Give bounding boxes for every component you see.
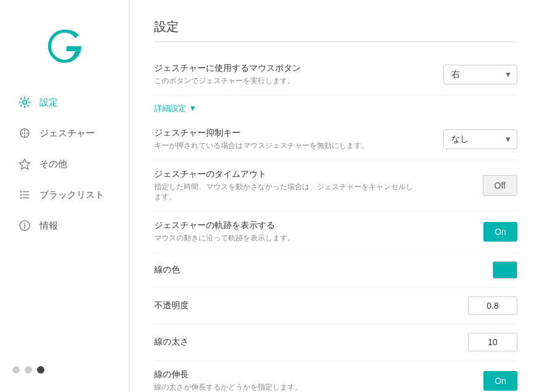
setting-row-suppress-key: ジェスチャー抑制キー キーが押されている場合はマウスジェスチャーを無効にします。…: [154, 119, 517, 160]
chevron-down-icon: ▼: [504, 135, 512, 144]
mouse-button-value: 右: [451, 69, 460, 80]
setting-row-show-trail: ジェスチャーの軌跡を表示する マウスの動きに沿って軌跡を表示します。 On: [154, 211, 517, 253]
suppress-key-dropdown[interactable]: なし ▼: [443, 129, 517, 149]
dot-3[interactable]: [37, 366, 44, 374]
sidebar-item-gestures[interactable]: ジェスチャー: [5, 118, 124, 148]
line-width-input[interactable]: [468, 333, 517, 351]
setting-info-line-stretch: 線の伸長 線の太さが伸長するかどうかを指定します。: [154, 369, 419, 392]
setting-desc-line-stretch: 線の太さが伸長するかどうかを指定します。: [154, 382, 419, 392]
sidebar-item-info[interactable]: 情報: [5, 211, 124, 240]
setting-label-line-width: 線の太さ: [154, 337, 419, 348]
setting-info-suppress-key: ジェスチャー抑制キー キーが押されている場合はマウスジェスチャーを無効にします。: [154, 128, 419, 151]
details-link[interactable]: 詳細設定 ▼: [154, 98, 197, 116]
show-trail-toggle[interactable]: On: [483, 222, 517, 242]
setting-row-opacity: 不透明度: [154, 288, 517, 324]
gear-icon: [17, 95, 32, 110]
logo-area: [0, 12, 129, 86]
setting-info-line-width: 線の太さ: [154, 337, 419, 348]
pagination-dots: [0, 360, 129, 380]
setting-label-suppress-key: ジェスチャー抑制キー: [154, 128, 419, 139]
sidebar-nav: 設定 ジェスチャー その他: [0, 86, 129, 242]
svg-point-7: [24, 133, 26, 134]
setting-desc-suppress-key: キーが押されている場合はマウスジェスチャーを無効にします。: [154, 141, 419, 151]
page-title: 設定: [154, 18, 517, 42]
setting-label-opacity: 不透明度: [154, 300, 419, 311]
setting-control-timeout: Off: [437, 175, 517, 196]
timeout-toggle[interactable]: Off: [483, 175, 517, 196]
setting-row-line-stretch: 線の伸長 線の太さが伸長するかどうかを指定します。 On: [154, 361, 517, 392]
setting-info-timeout: ジェスチャーのタイムアウト 指定した時間、マウスを動かさなかった場合は、ジェスチ…: [154, 169, 419, 203]
main-content: 設定 ジェスチャーに使用するマウスボタン このボタンでジェスチャーを実行します。…: [129, 0, 542, 392]
details-link-label: 詳細設定: [154, 103, 186, 114]
chevron-down-small-icon: ▼: [189, 104, 197, 113]
info-icon: [17, 218, 32, 233]
dot-1[interactable]: [12, 366, 20, 374]
setting-control-mouse-button: 右 ▼: [437, 65, 517, 84]
mouse-button-dropdown[interactable]: 右 ▼: [443, 65, 517, 84]
app-logo: [43, 25, 86, 68]
line-stretch-toggle[interactable]: On: [483, 371, 517, 391]
svg-point-13: [20, 194, 22, 196]
line-color-swatch[interactable]: [493, 261, 517, 279]
sidebar-item-other[interactable]: その他: [5, 149, 124, 179]
setting-row-mouse-button: ジェスチャーに使用するマウスボタン このボタンでジェスチャーを実行します。 右 …: [154, 54, 517, 96]
setting-label-timeout: ジェスチャーのタイムアウト: [154, 169, 419, 180]
setting-control-line-stretch: On: [437, 371, 517, 391]
setting-label-line-stretch: 線の伸長: [154, 369, 419, 380]
details-row: 詳細設定 ▼: [154, 96, 517, 119]
opacity-input[interactable]: [468, 296, 517, 315]
svg-point-14: [20, 197, 22, 199]
sidebar: 設定 ジェスチャー その他: [0, 0, 129, 392]
svg-marker-8: [20, 159, 30, 169]
chevron-down-icon: ▼: [504, 70, 512, 79]
setting-info-show-trail: ジェスチャーの軌跡を表示する マウスの動きに沿って軌跡を表示します。: [154, 220, 419, 243]
setting-label-line-color: 線の色: [154, 264, 419, 276]
setting-row-line-color: 線の色: [154, 253, 517, 288]
sidebar-item-blacklist[interactable]: ブラックリスト: [5, 180, 124, 210]
suppress-key-value: なし: [451, 134, 469, 145]
setting-control-line-color: [437, 261, 517, 279]
crosshair-icon: [17, 126, 32, 141]
svg-point-12: [20, 191, 22, 193]
list-icon: [17, 187, 32, 202]
sidebar-item-other-label: その他: [39, 158, 67, 170]
sidebar-item-blacklist-label: ブラックリスト: [39, 189, 104, 201]
sidebar-item-settings-label: 設定: [39, 97, 58, 108]
sidebar-item-info-label: 情報: [39, 220, 58, 232]
sidebar-item-gestures-label: ジェスチャー: [39, 128, 95, 139]
star-icon: [17, 157, 32, 171]
svg-point-1: [23, 100, 27, 104]
dot-2[interactable]: [25, 366, 32, 374]
setting-control-suppress-key: なし ▼: [437, 129, 517, 149]
setting-label-mouse-button: ジェスチャーに使用するマウスボタン: [154, 63, 419, 74]
setting-desc-mouse-button: このボタンでジェスチャーを実行します。: [154, 76, 419, 86]
settings-section: ジェスチャーに使用するマウスボタン このボタンでジェスチャーを実行します。 右 …: [154, 54, 517, 392]
setting-control-opacity: [437, 296, 517, 315]
setting-label-show-trail: ジェスチャーの軌跡を表示する: [154, 220, 419, 231]
setting-info-line-color: 線の色: [154, 264, 419, 276]
setting-desc-timeout: 指定した時間、マウスを動かさなかった場合は、ジェスチャーをキャンセルします。: [154, 182, 419, 203]
setting-info-opacity: 不透明度: [154, 300, 419, 311]
setting-info-mouse-button: ジェスチャーに使用するマウスボタン このボタンでジェスチャーを実行します。: [154, 63, 419, 86]
setting-row-timeout: ジェスチャーのタイムアウト 指定した時間、マウスを動かさなかった場合は、ジェスチ…: [154, 160, 517, 212]
setting-row-line-width: 線の太さ: [154, 324, 517, 361]
setting-desc-show-trail: マウスの動きに沿って軌跡を表示します。: [154, 233, 419, 243]
svg-point-17: [24, 223, 25, 224]
sidebar-item-settings[interactable]: 設定: [5, 88, 124, 117]
setting-control-line-width: [437, 333, 517, 351]
setting-control-show-trail: On: [437, 222, 517, 242]
